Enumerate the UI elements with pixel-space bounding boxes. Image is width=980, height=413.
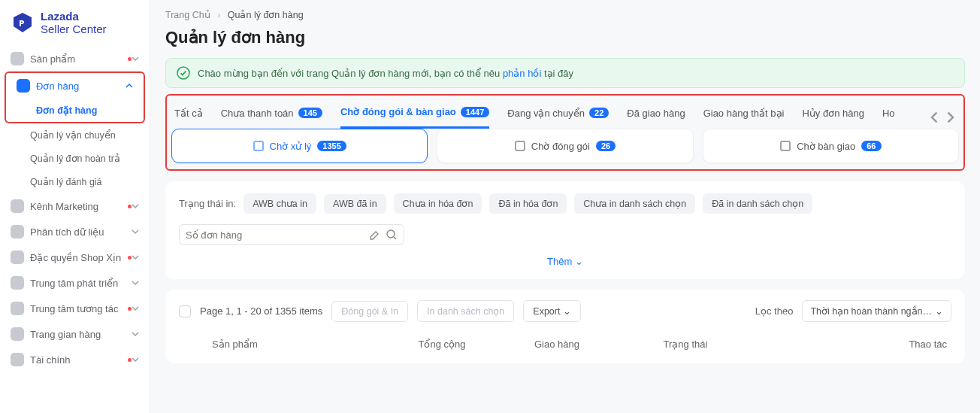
sidebar-item-engagement[interactable]: Trung tâm tương tác [0,296,150,321]
chevron-down-icon [132,202,139,210]
orders-icon [17,79,30,93]
print-picklist-button[interactable]: In danh sách chọn [417,300,514,322]
store-icon [11,327,24,341]
select-all-checkbox[interactable] [179,305,191,317]
chip-picklist-unprinted[interactable]: Chưa in danh sách chọn [574,193,695,214]
chevron-down-icon [132,356,139,363]
chevron-down-icon [132,254,139,261]
sidebar: Lazada Seller Center Sàn phẩm Đơn hàng Đ… [0,0,150,413]
search-input[interactable] [186,229,369,241]
sidebar-sub-orders-list[interactable]: Đơn đặt hàng [6,99,144,122]
results-panel: Page 1, 1 - 20 of 1355 items Đóng gói & … [165,290,965,363]
feedback-link[interactable]: phản hồi [503,68,541,79]
edit-icon[interactable] [369,229,381,241]
tab-failed[interactable]: Giao hàng thất bại [703,108,785,128]
sidebar-item-store[interactable]: Trang gian hàng [0,321,150,347]
chart-icon [11,225,24,238]
sidebar-item-growth[interactable]: Trung tâm phát triển [0,270,150,296]
logo-title: Lazada [41,11,107,23]
page-info: Page 1, 1 - 20 of 1355 items [200,305,322,317]
status-tabs: Tất cả Chưa thanh toán145 Chờ đóng gói &… [168,96,962,129]
chevron-down-icon [132,330,139,338]
col-total: Tổng cộng [419,336,534,353]
tab-to-pack[interactable]: Chờ đóng gói & bàn giao1447 [340,106,489,129]
sidebar-item-shopxin[interactable]: Đặc quyền Shop Xịn [0,244,150,270]
alert-text: Chào mừng bạn đến với trang Quản lý đơn … [198,68,573,79]
sidebar-sub-reviews[interactable]: Quản lý đánh giá [0,170,150,193]
filter-panel: Trạng thái in: AWB chưa in AWB đã in Chư… [165,181,965,279]
chevron-down-icon: ⌄ [575,256,583,267]
breadcrumb: Trang Chủ › Quản lý đơn hàng [165,8,965,25]
highlight-annotation-sidebar: Đơn hàng Đơn đặt hàng [5,71,145,123]
tabs-prev-icon[interactable] [929,111,941,123]
chip-invoice-printed[interactable]: Đã in hóa đơn [489,193,567,214]
sidebar-item-marketing[interactable]: Kênh Marketing [0,193,150,219]
sort-select[interactable]: Thời hạn hoàn thành ngắn…⌄ [802,300,951,322]
chip-invoice-unprinted[interactable]: Chưa in hóa đơn [394,193,482,214]
tab-shipping[interactable]: Đang vận chuyển22 [507,108,609,128]
page-title: Quản lý đơn hàng [165,28,965,47]
col-action: Thao tác [818,336,951,353]
pack-print-button[interactable]: Đóng gói & In [331,301,408,322]
pending-icon [253,141,264,151]
handover-icon [780,141,791,151]
chat-icon [11,302,24,315]
table-header: Sản phẩm Tổng cộng Giao hàng Trạng thái … [179,336,951,353]
wallet-icon [11,353,24,366]
chevron-down-icon [132,55,139,62]
tab-unpaid[interactable]: Chưa thanh toán145 [221,108,322,128]
tab-overflow[interactable]: Ho [882,108,895,128]
breadcrumb-home[interactable]: Trang Chủ [165,10,210,20]
chip-awb-printed[interactable]: AWB đã in [324,194,386,214]
subtab-pending[interactable]: Chờ xử lý1355 [171,129,428,163]
sidebar-item-products[interactable]: Sàn phẩm [0,46,150,71]
check-circle-icon [177,66,190,80]
chevron-down-icon: ⌄ [563,305,571,317]
tab-all[interactable]: Tất cả [174,108,203,128]
col-status: Trạng thái [664,336,818,353]
sidebar-item-orders[interactable]: Đơn hàng [6,73,144,99]
chevron-down-icon [132,305,139,312]
search-icon[interactable] [386,229,398,241]
box-icon [11,52,24,65]
svg-point-1 [387,230,395,238]
breadcrumb-current: Quản lý đơn hàng [228,10,304,20]
highlight-annotation-main: Tất cả Chưa thanh toán145 Chờ đóng gói &… [165,94,965,171]
subtab-cards: Chờ xử lý1355 Chờ đóng gói26 Chờ bàn gia… [168,129,962,163]
badge-icon [11,251,24,264]
welcome-alert: Chào mừng bạn đến với trang Quản lý đơn … [165,58,965,88]
growth-icon [11,276,24,290]
tab-cancelled[interactable]: Hủy đơn hàng [802,108,864,128]
sidebar-item-finance[interactable]: Tài chính [0,347,150,372]
col-delivery: Giao hàng [534,336,664,353]
sidebar-sub-returns[interactable]: Quản lý đơn hoàn trả [0,147,150,170]
order-search[interactable] [179,224,404,245]
logo[interactable]: Lazada Seller Center [0,8,150,46]
lazada-logo-icon [11,11,35,35]
chip-awb-unprinted[interactable]: AWB chưa in [243,193,316,214]
chevron-down-icon [132,279,139,287]
col-product: Sản phẩm [212,336,419,353]
subtab-to-pack[interactable]: Chờ đóng gói26 [437,129,693,163]
sidebar-sub-shipping[interactable]: Quản lý vận chuyển [0,123,150,147]
tabs-next-icon[interactable] [944,111,956,123]
sort-label: Lọc theo [755,305,794,317]
expand-filters[interactable]: Thêm ⌄ [179,256,951,267]
sidebar-item-analytics[interactable]: Phân tích dữ liệu [0,219,150,244]
tab-delivered[interactable]: Đã giao hàng [627,108,685,128]
marketing-icon [11,199,24,213]
print-status-label: Trạng thái in: [179,198,236,209]
subtab-to-handover[interactable]: Chờ bàn giao66 [703,129,959,163]
chip-picklist-printed[interactable]: Đã in danh sách chọn [703,193,812,214]
pack-icon [515,141,525,151]
chevron-down-icon [132,228,139,235]
export-button[interactable]: Export⌄ [523,300,581,322]
logo-subtitle: Seller Center [41,23,107,36]
chevron-down-icon: ⌄ [935,305,943,317]
chevron-up-icon [126,82,133,90]
main-content: Trang Chủ › Quản lý đơn hàng Quản lý đơn… [150,0,980,413]
